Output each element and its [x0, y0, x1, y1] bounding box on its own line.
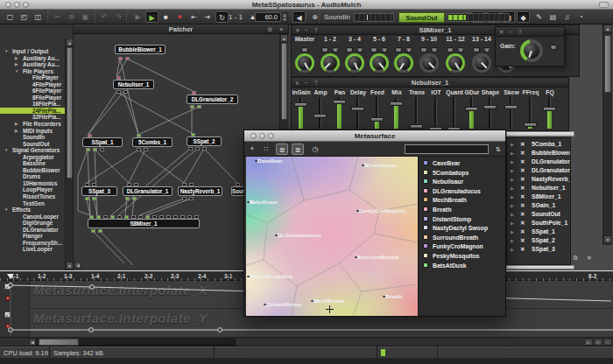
- scrollbar-thumb[interactable]: [604, 35, 611, 93]
- snapshot-list-item-funkycromagnon[interactable]: FunkyCroMagnon: [419, 242, 505, 251]
- speaker-icon[interactable]: ◀: [292, 11, 306, 23]
- patch-port[interactable]: [197, 105, 201, 108]
- patch-node-dlgranulator_1[interactable]: DLGranulator_1: [123, 186, 173, 196]
- mixer-knob[interactable]: [394, 53, 413, 73]
- patch-port[interactable]: [123, 90, 128, 94]
- mixer-knob[interactable]: [345, 53, 364, 73]
- surface-snapshot-5combatops[interactable]: 5Combatops: [362, 164, 367, 166]
- slider-handle-pan[interactable]: [333, 100, 346, 104]
- snapshot-list-item-distantstomp[interactable]: DistantStomp: [419, 214, 505, 224]
- sidebar-item-fileplayer[interactable]: FilePlayer: [0, 74, 66, 81]
- patch-port[interactable]: [189, 197, 194, 200]
- scroll-down-icon[interactable]: ▼: [66, 262, 74, 270]
- snapshot-list-item-nastydactyl-swoop[interactable]: NastyDactyl Swoop: [419, 223, 505, 233]
- sidebar-item-testgen[interactable]: TestGen: [0, 200, 66, 207]
- sort-icon[interactable]: ⇅: [492, 144, 504, 155]
- delete-contraption-icon[interactable]: ✕: [520, 219, 525, 228]
- mute-button[interactable]: m: [420, 47, 427, 52]
- paste-icon[interactable]: ▣: [79, 11, 92, 23]
- patch-port[interactable]: [132, 197, 137, 200]
- snapshot-list-item-cavebear[interactable]: CaveBear: [419, 158, 505, 168]
- list-view-icon[interactable]: ≣: [276, 144, 288, 155]
- contraption-row-dlgranulator_2[interactable]: ▶✕DLGranulator_2: [507, 166, 571, 175]
- rewind-icon[interactable]: ⇤: [187, 11, 201, 23]
- contraption-row-nebuliser_1[interactable]: ▶✕Nebuliser_1: [507, 184, 571, 192]
- patch-port[interactable]: [202, 147, 207, 150]
- mute-button[interactable]: m: [447, 47, 454, 52]
- play-icon[interactable]: ▶: [145, 11, 159, 23]
- contraption-row-sspat_1[interactable]: ▶✕SSpat_1: [507, 228, 571, 236]
- mute-button[interactable]: m: [321, 47, 328, 52]
- mixer-knob[interactable]: [472, 53, 491, 73]
- collapse-triangle-icon[interactable]: ▼: [15, 68, 18, 75]
- slider-handle-ingain[interactable]: [294, 102, 307, 107]
- undo-icon[interactable]: ↶: [98, 11, 111, 23]
- soundin-level-slider[interactable]: [354, 13, 394, 22]
- sidebar-item-soundin[interactable]: SoundIn: [0, 134, 66, 141]
- gain-knob[interactable]: [520, 39, 543, 62]
- network-icon[interactable]: ⊕: [308, 11, 321, 23]
- patch-port[interactable]: [144, 148, 148, 151]
- save-file-icon[interactable]: ◫: [32, 11, 45, 23]
- delete-contraption-icon[interactable]: ✕: [520, 175, 525, 184]
- sidebar-item-flanger[interactable]: Flanger: [0, 233, 66, 240]
- record-icon[interactable]: ●: [173, 11, 187, 23]
- loop-icon[interactable]: ↻: [215, 11, 229, 23]
- expand-triangle-icon[interactable]: ▶: [511, 140, 514, 149]
- contraption-row-soundout[interactable]: ▶✕SoundOut: [507, 210, 571, 219]
- metasurface-titlebar[interactable]: Metasurface: [244, 130, 505, 142]
- expand-triangle-icon[interactable]: ▶: [511, 201, 514, 210]
- slider-handle-mix[interactable]: [390, 102, 403, 106]
- patch-port[interactable]: [137, 148, 141, 151]
- mixer-knob[interactable]: [446, 53, 465, 73]
- snapshot-list-item-surroundbreath[interactable]: SurroundBreath: [419, 233, 505, 242]
- timeline-scroll-thumb[interactable]: [39, 339, 79, 346]
- expand-triangle-icon[interactable]: ▶: [511, 245, 514, 254]
- delete-contraption-icon[interactable]: ✕: [520, 236, 525, 245]
- patch-port[interactable]: [190, 105, 194, 108]
- patch-port[interactable]: [91, 229, 95, 233]
- sidebar-item-dlgranulator[interactable]: DLGranulator: [0, 227, 66, 234]
- snapshot-search-input[interactable]: [405, 144, 489, 154]
- mute-button[interactable]: m: [301, 47, 308, 52]
- automation-settings-icon[interactable]: ⚙: [573, 255, 578, 262]
- delete-contraption-icon[interactable]: ✕: [520, 201, 525, 210]
- slider-track[interactable]: [453, 97, 455, 129]
- patch-node-nastyreverb_1[interactable]: NastyReverb_1: [178, 186, 222, 196]
- sidebar-item-midi-inputs[interactable]: ▶MIDI Inputs: [0, 128, 66, 135]
- patch-port[interactable]: [188, 147, 193, 150]
- scroll-up-icon[interactable]: ▲: [66, 38, 74, 46]
- patch-port[interactable]: [93, 148, 97, 151]
- sidebar-item-8fileplayer[interactable]: 8FilePlayer: [0, 94, 66, 102]
- mixer-knob[interactable]: [295, 53, 314, 73]
- contraption-row-5combs_1[interactable]: ▶✕5Combs_1: [507, 140, 571, 149]
- contraption-row-southpole_1[interactable]: ▶✕SouthPole_1: [507, 219, 571, 228]
- patcher-scroll-left-icon[interactable]: ◀: [74, 262, 81, 269]
- sidebar-item-16filepla-[interactable]: 16FilePla...: [0, 101, 66, 108]
- expand-triangle-icon[interactable]: ▶: [511, 149, 514, 158]
- patch-node-s8mixer_1[interactable]: S8Mixer_1: [88, 219, 200, 228]
- redo-icon[interactable]: ↷: [112, 11, 125, 23]
- slider-handle-feed[interactable]: [370, 117, 384, 122]
- tempo-stepper[interactable]: ▲▼: [281, 12, 288, 22]
- notes-icon[interactable]: ▤: [546, 11, 560, 23]
- expand-triangle-icon[interactable]: ▶: [511, 158, 514, 166]
- slider-handle-amp[interactable]: [314, 114, 327, 118]
- sidebar-item-32filepla-[interactable]: 32FilePla...: [0, 114, 66, 121]
- automation-close-icon[interactable]: ✕: [587, 255, 592, 262]
- patcher-close-icon[interactable]: ✕: [279, 24, 284, 34]
- scroll-up-icon[interactable]: ▲: [280, 34, 288, 42]
- surface-snapshot-distantstomp[interactable]: DistantStomp: [264, 304, 269, 305]
- sidebar-item-arpeggiator[interactable]: Arpeggiator: [0, 154, 66, 161]
- expand-triangle-icon[interactable]: ▶: [511, 192, 514, 201]
- surface-snapshot-cavebear[interactable]: CaveBear: [255, 160, 260, 162]
- slider-handle-gdur[interactable]: [465, 107, 478, 111]
- contraption-row-s8mixer_1[interactable]: ▶✕S8Mixer_1: [507, 192, 571, 201]
- contraption-row-dlgranulator_1[interactable]: ▶✕DLGranulator_1: [507, 158, 571, 166]
- patch-port[interactable]: [125, 57, 130, 60]
- surface-snapshot-peskymosquitos[interactable]: PeskyMosquitos: [247, 276, 252, 277]
- patch-port[interactable]: [100, 148, 104, 151]
- sidebar-item-10harmonics[interactable]: 10Harmonics: [0, 180, 66, 187]
- sidebar-item-loopplayer[interactable]: LoopPlayer: [0, 186, 66, 193]
- sidebar-item-file-recorders[interactable]: ▶File Recorders: [0, 121, 66, 128]
